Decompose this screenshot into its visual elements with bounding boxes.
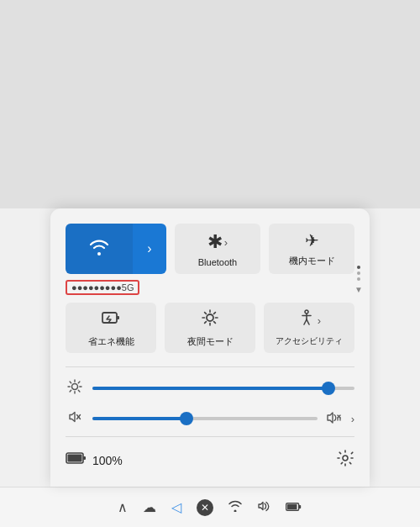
taskbar: ∧ ☁ ◁ ✕ — [0, 487, 420, 527]
sliders-section: › — [66, 379, 354, 428]
battery-saver-label: 省エネ機能 — [88, 335, 134, 348]
bluetooth-arrow-icon: › — [224, 236, 228, 249]
bluetooth-icon: ✱ — [207, 231, 223, 253]
svg-line-15 — [307, 319, 309, 324]
divider-1 — [66, 366, 354, 367]
quick-panel-body: › ✱ › Bluetooth ✈ 機内モード ●●●●●●●●●5G — [50, 208, 370, 487]
svg-line-21 — [70, 382, 71, 383]
battery-percent: 100% — [92, 454, 123, 467]
taskbar-cloud-icon[interactable]: ☁ — [143, 499, 156, 515]
airplane-icon: ✈ — [305, 230, 319, 250]
wifi-main-button[interactable] — [66, 224, 133, 274]
bottom-row: 100% — [66, 449, 354, 475]
quick-settings-panel: ▼ › — [50, 208, 370, 487]
svg-rect-37 — [287, 504, 297, 509]
battery-saver-icon — [101, 308, 121, 331]
bluetooth-tile[interactable]: ✱ › Bluetooth — [175, 224, 260, 274]
svg-line-7 — [205, 312, 207, 314]
volume-end-icon[interactable] — [326, 410, 343, 428]
svg-line-8 — [214, 321, 216, 323]
svg-point-16 — [72, 384, 78, 390]
svg-rect-32 — [83, 456, 86, 460]
svg-line-23 — [78, 382, 80, 383]
volume-muted-icon — [66, 409, 84, 428]
brightness-row — [66, 379, 354, 398]
taskbar-chevron-icon[interactable]: ∧ — [118, 499, 128, 515]
accessibility-tile[interactable]: › アクセシビリティ — [264, 303, 354, 353]
accessibility-content: › — [297, 308, 321, 333]
svg-line-14 — [304, 319, 307, 324]
settings-gear-icon[interactable] — [336, 449, 354, 472]
wifi-chevron-icon: › — [147, 241, 151, 256]
taskbar-location-icon[interactable]: ◁ — [171, 499, 181, 515]
wifi-ssid-row: ●●●●●●●●●5G — [66, 279, 354, 294]
wifi-ssid-badge: ●●●●●●●●●5G — [66, 280, 139, 295]
brightness-track[interactable] — [92, 387, 354, 390]
airplane-tile[interactable]: ✈ 機内モード — [269, 224, 354, 274]
tiles-row-2: 省エネ機能 夜間モード — [66, 303, 354, 353]
volume-settings-arrow[interactable]: › — [351, 413, 354, 425]
scroll-dot-2 — [357, 271, 360, 275]
wifi-icon — [88, 237, 110, 261]
scroll-dot-3 — [357, 277, 360, 281]
volume-fill — [92, 417, 186, 420]
divider-2 — [66, 436, 354, 437]
svg-rect-33 — [68, 455, 82, 462]
brightness-fill — [92, 387, 328, 390]
battery-saver-tile[interactable]: 省エネ機能 — [66, 303, 156, 353]
night-mode-label: 夜間モード — [187, 335, 234, 348]
taskbar-battery-icon[interactable] — [286, 500, 302, 515]
bluetooth-content: ✱ › — [207, 231, 228, 255]
taskbar-wifi-icon[interactable] — [228, 500, 242, 515]
accessibility-icon — [297, 308, 316, 331]
battery-info: 100% — [66, 451, 123, 470]
night-mode-tile[interactable]: 夜間モード — [165, 303, 255, 353]
taskbar-volume-icon[interactable] — [257, 500, 270, 515]
svg-line-24 — [70, 390, 71, 392]
brightness-thumb[interactable] — [322, 382, 335, 395]
svg-point-34 — [343, 456, 348, 461]
scroll-down-icon: ▼ — [354, 285, 363, 294]
volume-row: › — [66, 409, 354, 428]
svg-point-2 — [207, 314, 213, 321]
scroll-indicator: ▼ — [354, 266, 363, 294]
svg-line-10 — [205, 321, 207, 323]
volume-track[interactable] — [92, 417, 318, 420]
svg-line-22 — [78, 390, 80, 392]
volume-thumb[interactable] — [180, 412, 193, 425]
svg-rect-36 — [299, 505, 302, 509]
svg-line-9 — [214, 312, 216, 314]
battery-icon — [66, 451, 87, 470]
airplane-label: 機内モード — [289, 255, 335, 267]
taskbar-close-icon[interactable]: ✕ — [197, 499, 213, 516]
wifi-arrow-button[interactable]: › — [133, 224, 166, 274]
night-mode-icon — [201, 308, 219, 331]
bluetooth-label: Bluetooth — [198, 257, 237, 267]
tiles-row-1: › ✱ › Bluetooth ✈ 機内モード — [66, 224, 354, 274]
accessibility-label: アクセシビリティ — [276, 335, 343, 347]
accessibility-arrow-icon: › — [318, 314, 321, 327]
scroll-dot-1 — [357, 266, 360, 269]
wifi-tile[interactable]: › — [66, 224, 166, 274]
brightness-icon — [66, 379, 84, 398]
svg-rect-1 — [117, 316, 119, 319]
